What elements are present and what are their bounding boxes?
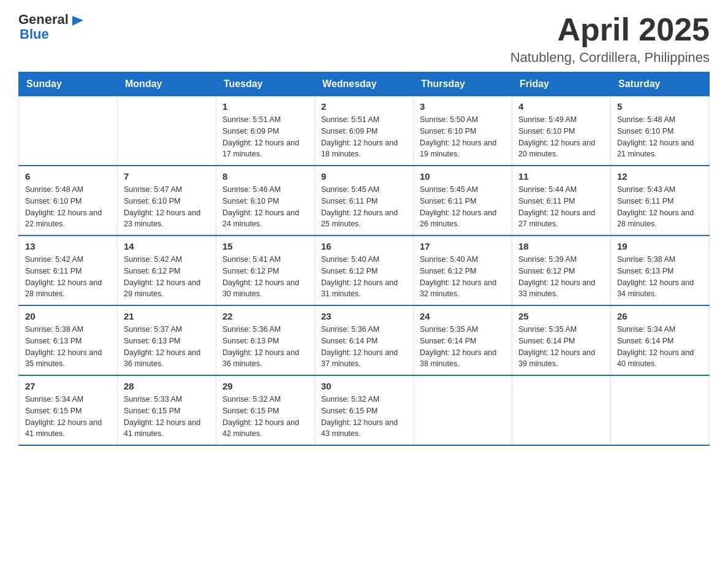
day-number: 20 bbox=[25, 311, 111, 321]
calendar-cell: 3Sunrise: 5:50 AMSunset: 6:10 PMDaylight… bbox=[414, 96, 512, 166]
day-info: Sunrise: 5:34 AMSunset: 6:14 PMDaylight:… bbox=[617, 324, 703, 370]
day-info: Sunrise: 5:50 AMSunset: 6:10 PMDaylight:… bbox=[420, 114, 506, 160]
logo-triangle-icon bbox=[71, 13, 85, 27]
calendar-cell bbox=[414, 375, 512, 445]
day-info: Sunrise: 5:46 AMSunset: 6:10 PMDaylight:… bbox=[222, 184, 308, 230]
day-number: 6 bbox=[25, 171, 111, 182]
day-info: Sunrise: 5:41 AMSunset: 6:12 PMDaylight:… bbox=[222, 254, 308, 300]
day-info: Sunrise: 5:35 AMSunset: 6:14 PMDaylight:… bbox=[518, 324, 604, 370]
calendar-cell: 25Sunrise: 5:35 AMSunset: 6:14 PMDayligh… bbox=[512, 305, 611, 375]
week-row: 27Sunrise: 5:34 AMSunset: 6:15 PMDayligh… bbox=[19, 375, 710, 445]
day-info: Sunrise: 5:48 AMSunset: 6:10 PMDaylight:… bbox=[617, 114, 703, 160]
calendar-cell: 26Sunrise: 5:34 AMSunset: 6:14 PMDayligh… bbox=[611, 305, 710, 375]
day-number: 1 bbox=[222, 101, 308, 112]
calendar-cell: 20Sunrise: 5:38 AMSunset: 6:13 PMDayligh… bbox=[19, 305, 118, 375]
calendar-cell: 9Sunrise: 5:45 AMSunset: 6:11 PMDaylight… bbox=[315, 166, 414, 236]
day-info: Sunrise: 5:45 AMSunset: 6:11 PMDaylight:… bbox=[321, 184, 407, 230]
calendar-weekday-header: Thursday bbox=[414, 72, 512, 96]
calendar-cell: 15Sunrise: 5:41 AMSunset: 6:12 PMDayligh… bbox=[216, 236, 315, 305]
day-number: 15 bbox=[222, 241, 308, 251]
calendar-weekday-header: Saturday bbox=[611, 72, 710, 96]
day-number: 26 bbox=[617, 311, 703, 321]
day-info: Sunrise: 5:49 AMSunset: 6:10 PMDaylight:… bbox=[518, 114, 604, 160]
day-info: Sunrise: 5:44 AMSunset: 6:11 PMDaylight:… bbox=[518, 184, 604, 230]
day-number: 24 bbox=[420, 311, 506, 321]
day-number: 9 bbox=[321, 171, 407, 182]
day-info: Sunrise: 5:40 AMSunset: 6:12 PMDaylight:… bbox=[420, 254, 506, 300]
day-number: 19 bbox=[617, 241, 703, 251]
calendar-cell: 18Sunrise: 5:39 AMSunset: 6:12 PMDayligh… bbox=[512, 236, 611, 305]
calendar-cell: 24Sunrise: 5:35 AMSunset: 6:14 PMDayligh… bbox=[414, 305, 512, 375]
day-number: 21 bbox=[124, 311, 210, 321]
day-info: Sunrise: 5:51 AMSunset: 6:09 PMDaylight:… bbox=[222, 114, 308, 160]
calendar-cell: 1Sunrise: 5:51 AMSunset: 6:09 PMDaylight… bbox=[216, 96, 315, 166]
day-number: 30 bbox=[321, 381, 407, 391]
week-row: 13Sunrise: 5:42 AMSunset: 6:11 PMDayligh… bbox=[19, 236, 710, 305]
calendar-cell: 21Sunrise: 5:37 AMSunset: 6:13 PMDayligh… bbox=[118, 305, 216, 375]
day-number: 16 bbox=[321, 241, 407, 251]
month-title: April 2025 bbox=[510, 12, 710, 47]
calendar-cell: 7Sunrise: 5:47 AMSunset: 6:10 PMDaylight… bbox=[118, 166, 216, 236]
day-number: 12 bbox=[617, 171, 703, 182]
calendar-cell: 22Sunrise: 5:36 AMSunset: 6:13 PMDayligh… bbox=[216, 305, 315, 375]
day-info: Sunrise: 5:38 AMSunset: 6:13 PMDaylight:… bbox=[617, 254, 703, 300]
day-number: 14 bbox=[124, 241, 210, 251]
calendar-cell: 12Sunrise: 5:43 AMSunset: 6:11 PMDayligh… bbox=[611, 166, 710, 236]
day-info: Sunrise: 5:39 AMSunset: 6:12 PMDaylight:… bbox=[518, 254, 604, 300]
day-info: Sunrise: 5:36 AMSunset: 6:13 PMDaylight:… bbox=[222, 324, 308, 370]
calendar-cell bbox=[19, 96, 118, 166]
day-info: Sunrise: 5:42 AMSunset: 6:11 PMDaylight:… bbox=[25, 254, 111, 300]
calendar-cell: 8Sunrise: 5:46 AMSunset: 6:10 PMDaylight… bbox=[216, 166, 315, 236]
day-info: Sunrise: 5:45 AMSunset: 6:11 PMDaylight:… bbox=[420, 184, 506, 230]
day-info: Sunrise: 5:40 AMSunset: 6:12 PMDaylight:… bbox=[321, 254, 407, 300]
calendar-cell: 17Sunrise: 5:40 AMSunset: 6:12 PMDayligh… bbox=[414, 236, 512, 305]
day-info: Sunrise: 5:34 AMSunset: 6:15 PMDaylight:… bbox=[25, 394, 111, 440]
day-number: 23 bbox=[321, 311, 407, 321]
calendar-cell: 13Sunrise: 5:42 AMSunset: 6:11 PMDayligh… bbox=[19, 236, 118, 305]
day-info: Sunrise: 5:42 AMSunset: 6:12 PMDaylight:… bbox=[124, 254, 210, 300]
day-info: Sunrise: 5:48 AMSunset: 6:10 PMDaylight:… bbox=[25, 184, 111, 230]
day-info: Sunrise: 5:35 AMSunset: 6:14 PMDaylight:… bbox=[420, 324, 506, 370]
logo: General Blue bbox=[18, 12, 85, 42]
day-number: 17 bbox=[420, 241, 506, 251]
calendar-weekday-header: Friday bbox=[512, 72, 611, 96]
day-number: 25 bbox=[518, 311, 604, 321]
day-number: 3 bbox=[420, 101, 506, 112]
calendar-cell: 4Sunrise: 5:49 AMSunset: 6:10 PMDaylight… bbox=[512, 96, 611, 166]
day-number: 2 bbox=[321, 101, 407, 112]
calendar-weekday-header: Sunday bbox=[19, 72, 118, 96]
day-number: 28 bbox=[124, 381, 210, 391]
calendar-cell: 5Sunrise: 5:48 AMSunset: 6:10 PMDaylight… bbox=[611, 96, 710, 166]
logo-text-blue: Blue bbox=[20, 27, 85, 42]
day-info: Sunrise: 5:32 AMSunset: 6:15 PMDaylight:… bbox=[222, 394, 308, 440]
day-number: 4 bbox=[518, 101, 604, 112]
week-row: 1Sunrise: 5:51 AMSunset: 6:09 PMDaylight… bbox=[19, 96, 710, 166]
day-number: 18 bbox=[518, 241, 604, 251]
day-number: 8 bbox=[222, 171, 308, 182]
day-info: Sunrise: 5:43 AMSunset: 6:11 PMDaylight:… bbox=[617, 184, 703, 230]
day-info: Sunrise: 5:32 AMSunset: 6:15 PMDaylight:… bbox=[321, 394, 407, 440]
calendar-header-row: SundayMondayTuesdayWednesdayThursdayFrid… bbox=[19, 72, 710, 96]
calendar-cell: 27Sunrise: 5:34 AMSunset: 6:15 PMDayligh… bbox=[19, 375, 118, 445]
day-number: 27 bbox=[25, 381, 111, 391]
calendar-table: SundayMondayTuesdayWednesdayThursdayFrid… bbox=[18, 72, 710, 446]
calendar-weekday-header: Monday bbox=[118, 72, 216, 96]
logo-text-general: General bbox=[18, 12, 69, 27]
calendar-cell bbox=[512, 375, 611, 445]
title-block: April 2025 Natubleng, Cordillera, Philip… bbox=[510, 12, 710, 66]
day-number: 29 bbox=[222, 381, 308, 391]
day-info: Sunrise: 5:47 AMSunset: 6:10 PMDaylight:… bbox=[124, 184, 210, 230]
day-number: 5 bbox=[617, 101, 703, 112]
calendar-cell bbox=[611, 375, 710, 445]
week-row: 20Sunrise: 5:38 AMSunset: 6:13 PMDayligh… bbox=[19, 305, 710, 375]
day-info: Sunrise: 5:38 AMSunset: 6:13 PMDaylight:… bbox=[25, 324, 111, 370]
calendar-weekday-header: Tuesday bbox=[216, 72, 315, 96]
week-row: 6Sunrise: 5:48 AMSunset: 6:10 PMDaylight… bbox=[19, 166, 710, 236]
calendar-body: 1Sunrise: 5:51 AMSunset: 6:09 PMDaylight… bbox=[19, 96, 710, 446]
page-header: General Blue April 2025 Natubleng, Cordi… bbox=[18, 12, 710, 66]
calendar-cell: 11Sunrise: 5:44 AMSunset: 6:11 PMDayligh… bbox=[512, 166, 611, 236]
day-number: 10 bbox=[420, 171, 506, 182]
calendar-weekday-header: Wednesday bbox=[315, 72, 414, 96]
location-title: Natubleng, Cordillera, Philippines bbox=[510, 50, 710, 66]
calendar-cell: 19Sunrise: 5:38 AMSunset: 6:13 PMDayligh… bbox=[611, 236, 710, 305]
